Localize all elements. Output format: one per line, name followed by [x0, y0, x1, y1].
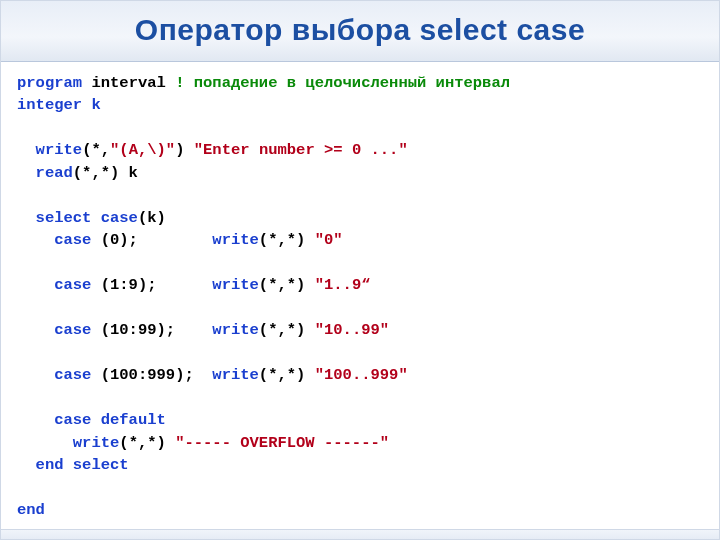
footer-bar — [1, 529, 719, 539]
kw-end: end — [17, 501, 45, 519]
string-literal: "(A,\)" — [110, 141, 175, 159]
string-literal: "100..999" — [315, 366, 408, 384]
kw-case: case — [17, 321, 101, 339]
args: (*,*) — [259, 321, 315, 339]
program-name: interval — [82, 74, 175, 92]
kw-case: case — [17, 366, 101, 384]
title-bar: Оператор выбора select case — [1, 1, 719, 62]
comment: ! попадение в целочисленный интервал — [175, 74, 510, 92]
kw-case: case — [17, 276, 101, 294]
kw-select: select case — [17, 209, 138, 227]
kw-write: write — [212, 231, 259, 249]
string-literal: "----- OVERFLOW ------" — [175, 434, 389, 452]
string-literal: "0" — [315, 231, 343, 249]
kw-write: write — [212, 366, 259, 384]
args: (*,*) — [259, 231, 315, 249]
args: (*,*) — [259, 366, 315, 384]
punct: (*, — [82, 141, 110, 159]
args: (1:9); — [101, 276, 213, 294]
args: (k) — [138, 209, 166, 227]
kw-case: case — [17, 231, 101, 249]
kw-end-select: end select — [17, 456, 129, 474]
string-literal: "Enter number >= 0 ..." — [194, 141, 408, 159]
kw-read: read — [17, 164, 73, 182]
args: (10:99); — [101, 321, 213, 339]
slide: Оператор выбора select case program inte… — [0, 0, 720, 540]
kw-write: write — [17, 141, 82, 159]
string-literal: "1..9“ — [315, 276, 371, 294]
kw-integer: integer k — [17, 96, 101, 114]
args: (*,*) k — [73, 164, 138, 182]
kw-write: write — [212, 321, 259, 339]
code-block: program interval ! попадение в целочисле… — [1, 62, 719, 529]
kw-case-default: case default — [17, 411, 166, 429]
string-literal: "10..99" — [315, 321, 389, 339]
kw-write: write — [212, 276, 259, 294]
kw-program: program — [17, 74, 82, 92]
kw-write: write — [17, 434, 119, 452]
args: (0); — [101, 231, 213, 249]
slide-title: Оператор выбора select case — [21, 13, 699, 47]
args: (*,*) — [119, 434, 175, 452]
punct: ) — [175, 141, 194, 159]
args: (100:999); — [101, 366, 213, 384]
args: (*,*) — [259, 276, 315, 294]
